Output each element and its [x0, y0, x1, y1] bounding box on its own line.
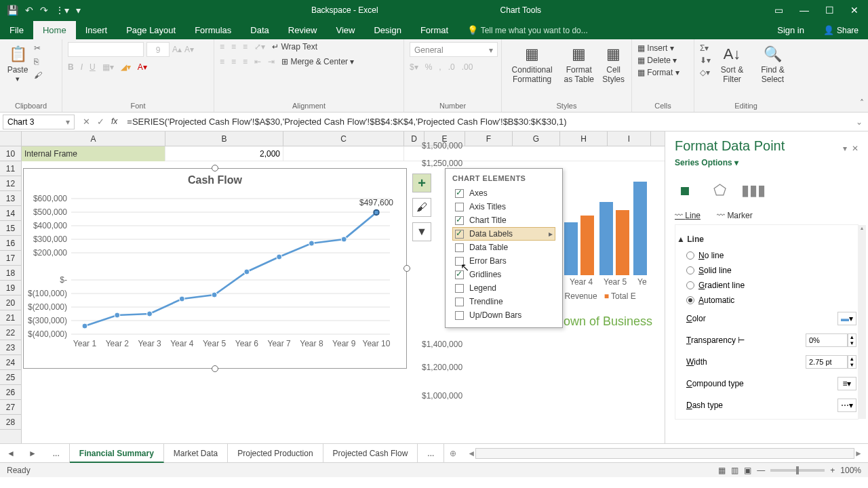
underline-icon[interactable]: U [90, 62, 96, 72]
tab-file[interactable]: File [0, 21, 33, 39]
align-middle-icon[interactable]: ≡ [231, 42, 236, 52]
format-painter-icon[interactable]: 🖌 [34, 70, 42, 80]
tab-view[interactable]: View [326, 21, 364, 39]
chart-element-data-labels[interactable]: Data Labels▸ [452, 227, 555, 241]
decrease-indent-icon[interactable]: ⇤ [254, 57, 261, 66]
chart-title[interactable]: Cash Flow [24, 169, 406, 192]
collapse-ribbon-icon[interactable]: ˄ [860, 98, 864, 108]
series-options-tab-icon[interactable]: ▮▮▮ [743, 180, 764, 201]
tab-formulas[interactable]: Formulas [185, 21, 241, 39]
radio-no-line[interactable]: No line [677, 248, 856, 263]
pane-subtitle[interactable]: Series Options ▾ [675, 158, 859, 174]
hscroll-left-icon[interactable]: ◄ [467, 449, 475, 458]
close-icon[interactable]: ✕ [850, 5, 859, 16]
chart-element-legend[interactable]: Legend [452, 281, 555, 295]
italic-icon[interactable]: I [81, 62, 83, 72]
format-cells-button[interactable]: ▦ Format ▾ [637, 68, 679, 77]
radio-gradient-line[interactable]: Gradient line [677, 278, 856, 293]
radio-automatic[interactable]: Automatic [677, 293, 856, 308]
pane-close-icon[interactable]: ✕ [852, 144, 859, 153]
zoom-in-icon[interactable]: + [830, 466, 835, 475]
formula-input[interactable]: =SERIES('Projected Cash Flow'!$A$30,'Pro… [123, 117, 850, 127]
minimize-icon[interactable]: — [800, 5, 809, 16]
chart-element-error-bars[interactable]: Error Bars [452, 254, 555, 268]
cell-a10[interactable]: Internal Frame [22, 146, 165, 161]
tab-data[interactable]: Data [241, 21, 278, 39]
chart-element-chart-title[interactable]: Chart Title [452, 214, 555, 227]
font-color-icon[interactable]: A▾ [138, 62, 147, 72]
increase-indent-icon[interactable]: ⇥ [268, 57, 275, 66]
effects-tab-icon[interactable]: ⬠ [709, 180, 730, 201]
qat-dropdown-icon[interactable]: ▾ [76, 5, 81, 16]
copy-icon[interactable]: ⎘ [34, 57, 42, 66]
tab-home[interactable]: Home [33, 21, 76, 39]
horizontal-scrollbar[interactable] [475, 448, 854, 459]
chart-element-axis-titles[interactable]: Axis Titles [452, 200, 555, 214]
orientation-icon[interactable]: ⤢▾ [254, 42, 265, 52]
radio-solid-line[interactable]: Solid line [677, 263, 856, 278]
maximize-icon[interactable]: ☐ [825, 5, 834, 16]
cell-styles-button[interactable]: ▦Cell Styles [601, 42, 626, 85]
zoom-out-icon[interactable]: — [757, 466, 765, 475]
hscroll-right-icon[interactable]: ► [854, 449, 863, 458]
grow-font-icon[interactable]: A▴ [172, 45, 182, 54]
tab-format[interactable]: Format [411, 21, 458, 39]
percent-icon[interactable]: % [425, 62, 433, 72]
cut-icon[interactable]: ✂ [34, 43, 42, 53]
width-input[interactable] [806, 355, 848, 369]
name-box[interactable]: Chart 3▾ [3, 115, 75, 129]
delete-cells-button[interactable]: ▦ Delete ▾ [637, 56, 677, 65]
pane-dropdown-icon[interactable]: ▾ [843, 144, 847, 153]
tab-design[interactable]: Design [364, 21, 410, 39]
pane-scrollbar[interactable]: ▴ [858, 225, 866, 419]
cell-b10[interactable]: 2,000 [165, 146, 283, 161]
color-picker[interactable]: ▬▾ [837, 312, 856, 325]
fill-line-tab-icon[interactable]: ◆ [670, 175, 701, 205]
undo-icon[interactable]: ↶ [25, 5, 33, 16]
chart-element-up-down-bars[interactable]: Up/Down Bars [452, 308, 555, 322]
ribbon-options-icon[interactable]: ▭ [774, 5, 783, 16]
touch-mode-icon[interactable]: ⋮▾ [55, 5, 69, 16]
view-break-icon[interactable]: ▣ [744, 466, 751, 475]
format-as-table-button[interactable]: ▦Format as Table [561, 42, 597, 85]
fx-icon[interactable]: fx [111, 117, 117, 127]
sort-filter-button[interactable]: A↓Sort & Filter [715, 42, 749, 85]
fill-icon[interactable]: ⬇▾ [700, 56, 711, 65]
chart-plot-area[interactable]: $600,000$500,000$400,000$300,000$200,000… [24, 192, 403, 361]
merge-center-button[interactable]: ⊞ Merge & Center ▾ [281, 57, 354, 66]
select-all-corner[interactable] [0, 131, 22, 146]
line-section[interactable]: ▲ Line [677, 228, 856, 248]
sheet-tab-market-data[interactable]: Market Data [164, 444, 228, 463]
increase-decimal-icon[interactable]: .0 [448, 62, 455, 72]
sheet-tab-financial-summary[interactable]: Financial Summary [70, 444, 164, 463]
align-center-icon[interactable]: ≡ [231, 57, 236, 66]
sheet-tab-projected-production[interactable]: Projected Production [228, 444, 323, 463]
align-bottom-icon[interactable]: ≡ [243, 42, 248, 52]
chart-element-axes[interactable]: Axes [452, 186, 555, 200]
comma-icon[interactable]: , [439, 62, 441, 72]
tab-insert[interactable]: Insert [76, 21, 117, 39]
sheet-tab-more[interactable]: ... [418, 444, 444, 463]
number-format-select[interactable]: General▾ [410, 42, 498, 57]
dash-picker[interactable]: ⋯▾ [837, 399, 856, 412]
sheet-tab-ellipsis[interactable]: ... [43, 444, 70, 463]
pane-tab-marker[interactable]: 〰 Marker [717, 211, 753, 220]
conditional-formatting-button[interactable]: ▦Conditional Formatting [507, 42, 557, 85]
clear-icon[interactable]: ◇▾ [700, 68, 711, 77]
insert-cells-button[interactable]: ▦ Insert ▾ [637, 43, 674, 53]
tab-review[interactable]: Review [279, 21, 327, 39]
chart-cash-flow[interactable]: Cash Flow $600,000$500,000$400,000$300,0… [23, 168, 407, 369]
expand-formula-icon[interactable]: ⌄ [850, 117, 868, 127]
save-icon[interactable]: 💾 [7, 5, 18, 16]
row-headers[interactable]: 10111213141516171819202122232425262728 [0, 146, 22, 443]
fill-color-icon[interactable]: ◢▾ [121, 62, 131, 72]
tab-scroll-right-icon[interactable]: ► [22, 449, 43, 458]
bold-icon[interactable]: B [68, 62, 74, 72]
new-sheet-icon[interactable]: ⊕ [444, 449, 462, 458]
align-right-icon[interactable]: ≡ [243, 57, 248, 66]
view-layout-icon[interactable]: ▥ [731, 466, 738, 475]
sign-in-link[interactable]: Sign in [768, 21, 814, 39]
zoom-slider[interactable] [770, 469, 825, 472]
chart-element-trendline[interactable]: Trendline [452, 295, 555, 308]
enter-formula-icon[interactable]: ✓ [97, 117, 104, 127]
